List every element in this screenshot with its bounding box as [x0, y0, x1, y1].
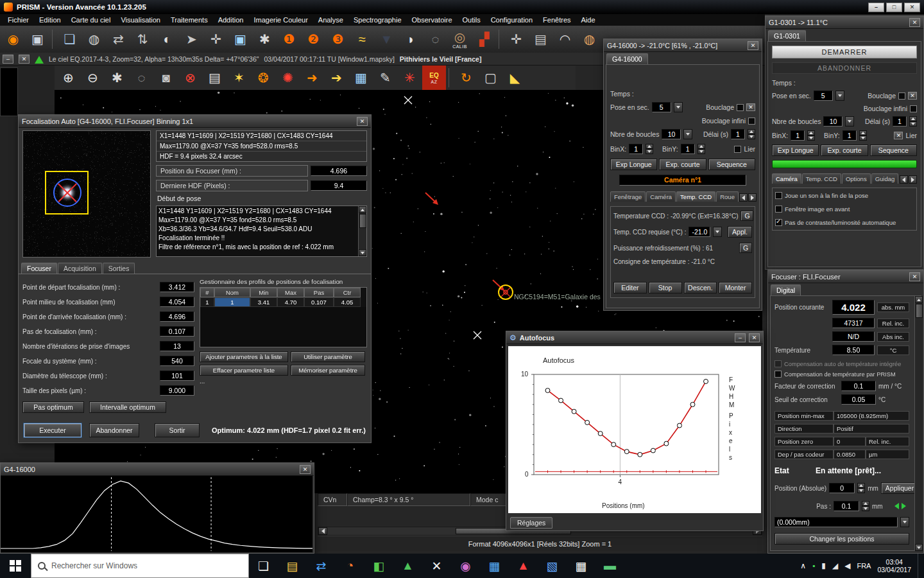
delai-spinner[interactable] — [748, 129, 755, 139]
binx-input[interactable]: 1 — [629, 144, 643, 154]
pas-optimum-button[interactable]: Pas optimum — [22, 401, 84, 413]
gear-wheel-icon[interactable]: ✱ — [105, 66, 129, 90]
select-region-icon[interactable]: ▢ — [479, 66, 502, 90]
show-desktop-button[interactable] — [918, 554, 921, 578]
pos-absolue-input[interactable]: 0 — [829, 483, 855, 493]
field-value[interactable]: 540 — [160, 356, 194, 366]
bouclage-checkbox[interactable] — [898, 92, 905, 100]
graph-button[interactable]: G — [740, 211, 753, 221]
photo-viewer-icon[interactable]: ▧ — [538, 554, 567, 578]
profile-button-m-moriser-param-tre[interactable]: Mémoriser paramètre — [291, 365, 365, 376]
biny-spinner[interactable] — [697, 144, 705, 154]
exp-longue-button[interactable]: Exp Longue — [610, 159, 657, 170]
log-scrollbar[interactable] — [358, 206, 366, 256]
info-icon[interactable]: ◍ — [82, 27, 106, 51]
field-value[interactable]: 0.107 — [160, 326, 194, 337]
menu-item-edition[interactable]: Edition — [34, 15, 66, 24]
biny-input[interactable]: 1 — [681, 144, 695, 154]
offset-dropdown-icon[interactable] — [900, 517, 909, 527]
dome-icon[interactable]: ◠ — [553, 27, 577, 51]
camera-3-icon[interactable]: ❸ — [326, 27, 350, 51]
print-icon[interactable]: ▤ — [203, 66, 227, 90]
lier-checkbox[interactable] — [734, 146, 741, 153]
lier-clear-button[interactable] — [894, 132, 903, 139]
histogram-close-button[interactable] — [300, 465, 311, 474]
pose-dropdown-icon[interactable] — [674, 102, 683, 112]
temp-requise-input[interactable]: -21.0 — [689, 227, 710, 237]
tab-camera[interactable]: Caméra — [772, 173, 801, 184]
pose-input[interactable]: 5 — [652, 102, 671, 112]
menu-item-configuration[interactable]: Configuration — [486, 15, 538, 24]
guide-close-button[interactable] — [909, 18, 920, 27]
step-right-icon[interactable] — [902, 503, 909, 509]
log-box[interactable]: X1=1448 Y1=1609 | X2=1519 Y2=1680 | CX=1… — [156, 206, 367, 257]
bouclage-infini-checkbox[interactable] — [748, 118, 755, 125]
tab-g1-0301[interactable]: G1-0301 — [768, 30, 806, 41]
menu-item-visualisation[interactable]: Visualisation — [116, 15, 166, 24]
tab-options[interactable]: Options — [842, 173, 871, 184]
menu-item-carte-du-ciel[interactable]: Carte du ciel — [66, 15, 116, 24]
dark-frame-icon[interactable]: ▼ — [375, 27, 398, 51]
profiles-table-row[interactable]: 113.414.700.1074.05 — [200, 297, 366, 307]
profile-button-effacer-parametre-liste[interactable]: Effacer parametre liste — [200, 365, 288, 376]
tabs-scroll-left-icon[interactable] — [739, 193, 748, 202]
calib-wheel-icon[interactable]: ◎CALIB — [448, 27, 472, 51]
profile-cell[interactable]: 4.70 — [277, 297, 304, 307]
executer-button[interactable]: Executer — [24, 423, 81, 437]
menu-item-aide[interactable]: Aide — [576, 15, 601, 24]
galaxy-swirl-icon[interactable]: ❂ — [252, 66, 275, 90]
exp-longue-button[interactable]: Exp Longue — [772, 144, 819, 156]
green-status-icon[interactable]: ▪ — [812, 561, 815, 570]
color-grid-icon[interactable]: ▦ — [480, 554, 509, 578]
task-view-icon[interactable]: ❏ — [249, 554, 278, 578]
abandonner-button[interactable]: Abandonner — [89, 423, 139, 437]
tab-focuser[interactable]: Focuser — [21, 263, 57, 274]
save-icon[interactable]: ▣ — [26, 27, 49, 51]
boucles-input[interactable]: 10 — [662, 129, 681, 139]
bouclage-infini-checkbox[interactable] — [910, 105, 917, 112]
menu-item-outils[interactable]: Outils — [458, 15, 486, 24]
pose-dropdown-icon[interactable] — [835, 91, 844, 101]
reglages-button[interactable]: Réglages — [510, 517, 552, 529]
map-minimize-button[interactable] — [3, 55, 13, 64]
comp-prism-checkbox[interactable] — [774, 371, 782, 378]
profile-button-utiliser-param-tre[interactable]: Utiliser paramètre — [291, 351, 365, 362]
calculator-icon[interactable]: ▦ — [567, 554, 595, 578]
tab-temp-ccd[interactable]: Temp. CCD — [676, 191, 715, 202]
focuser-scrollbar[interactable] — [914, 296, 923, 551]
dotted-circle-icon[interactable]: ◌ — [130, 66, 153, 90]
dual-window-icon[interactable]: ❏ — [58, 27, 81, 51]
profile-cell[interactable]: 3.41 — [250, 297, 277, 307]
autofocus-minimize-button[interactable] — [735, 333, 746, 342]
exp-courte-button[interactable]: Exp. courte — [659, 159, 706, 170]
tab-guidage[interactable]: Guidag — [871, 173, 899, 184]
language-indicator[interactable]: FRA — [857, 562, 871, 570]
object-label[interactable]: NGC5194=M51=Galaxie des — [514, 293, 601, 301]
demarrer-button[interactable]: DEMARRER — [772, 46, 917, 58]
mount-icon[interactable]: ▞ — [472, 27, 496, 51]
ruler-triangle-icon[interactable]: ◣ — [503, 66, 527, 90]
filter-stack-icon[interactable]: ≈ — [350, 27, 374, 51]
option-checkbox-pas-de-contraste-luminosit-automatique[interactable] — [775, 219, 782, 226]
minimize-button[interactable] — [868, 3, 884, 12]
menu-item-spectrographie[interactable]: Spectrographie — [348, 15, 407, 24]
sortir-button[interactable]: Sortir — [155, 423, 200, 437]
profile-cell[interactable]: 1 — [214, 297, 250, 307]
menu-item-imagerie-couleur[interactable]: Imagerie Couleur — [248, 15, 312, 24]
option-checkbox-joue-un-son-la-fin-de-la-pose[interactable] — [775, 192, 782, 199]
delai-input[interactable]: 1 — [893, 116, 907, 127]
flat-dome-icon[interactable]: ◗ — [399, 27, 423, 51]
field-value[interactable]: 101 — [160, 371, 194, 381]
volume-icon[interactable]: ◀ — [844, 561, 850, 570]
screen-star-icon[interactable]: ▣ — [228, 27, 252, 51]
file-explorer-icon[interactable]: ▤ — [278, 554, 307, 578]
delai-input[interactable]: 1 — [731, 129, 745, 139]
pos-absolue-spinner[interactable] — [857, 483, 865, 493]
flip-vertical-icon[interactable]: ⇅ — [131, 27, 155, 51]
camera-2-icon[interactable]: ❷ — [302, 27, 325, 51]
star-add-icon[interactable]: ✶ — [227, 66, 251, 90]
field-value[interactable]: 3.412 — [160, 282, 194, 292]
temp-requise-dropdown-icon[interactable] — [713, 227, 722, 237]
camera-close-button[interactable] — [748, 41, 758, 50]
money-icon[interactable]: ▬ — [595, 554, 624, 578]
